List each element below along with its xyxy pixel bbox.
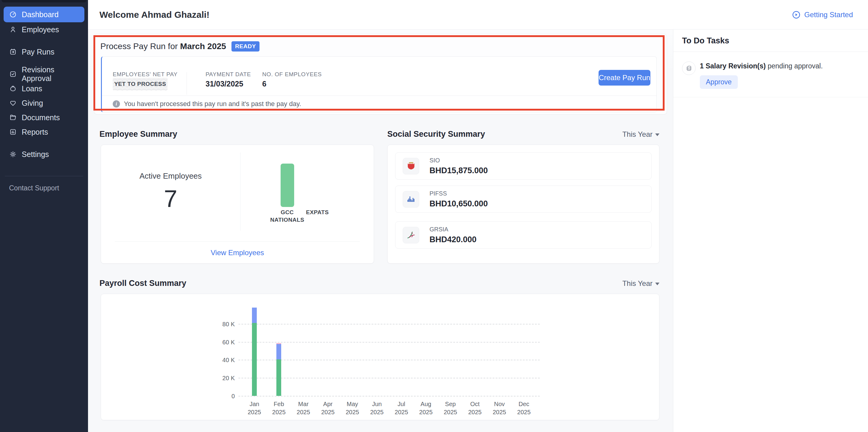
social-security-row-pifss[interactable]: PIFSS BHD10,650.000 — [395, 186, 652, 213]
active-employees-block: Active Employees 7 — [101, 171, 240, 213]
x-axis-month-label: Oct2025 — [461, 400, 489, 416]
getting-started-link[interactable]: Getting Started — [792, 10, 853, 19]
payrun-title-period: March 2025 — [180, 41, 226, 51]
stats-divider — [187, 72, 187, 95]
gridline — [239, 342, 540, 342]
employee-bar-0 — [281, 164, 294, 207]
gridline — [239, 324, 540, 325]
social-security-row-grsia[interactable]: GRSIA BHD420.000 — [395, 222, 652, 248]
employee-count-label: NO. OF EMPLOYEES — [262, 71, 322, 78]
ss-row-text: PIFSS BHD10,650.000 — [430, 190, 488, 208]
payrun-title-prefix: Process Pay Run for — [100, 41, 178, 51]
view-employees-link[interactable]: View Employees — [101, 248, 374, 257]
create-pay-run-button[interactable]: Create Pay Run — [598, 70, 650, 86]
gridline — [239, 396, 540, 396]
person-icon — [9, 26, 17, 33]
sidebar-item-label: Revisions Approval — [22, 65, 79, 83]
active-employees-count: 7 — [101, 185, 240, 213]
approve-button[interactable]: Approve — [700, 75, 738, 89]
y-axis-tick-label: 40 K — [217, 357, 235, 364]
employee-summary-title: Employee Summary — [99, 130, 177, 139]
welcome-heading: Welcome Ahmad Ghazali! — [99, 10, 210, 20]
x-axis-month-label: Aug2025 — [412, 400, 439, 416]
gear-icon — [9, 150, 17, 158]
sidebar-item-reports[interactable]: Reports — [4, 125, 84, 139]
x-axis-month-label: Feb2025 — [265, 400, 292, 416]
money-bag-icon — [9, 85, 17, 93]
status-badge: READY — [231, 41, 259, 52]
payroll-cost-filter-dropdown[interactable]: This Year — [622, 279, 659, 288]
sidebar-item-giving[interactable]: Giving — [4, 96, 84, 110]
grsia-logo-icon — [403, 227, 419, 243]
payroll-cost-title: Payroll Cost Summary — [99, 279, 186, 288]
ss-amount: BHD420.000 — [430, 235, 476, 244]
y-axis-tick-label: 80 K — [217, 321, 235, 328]
payrun-title: Process Pay Run for March 2025 — [100, 41, 226, 51]
yet-to-process-badge: YET TO PROCESS — [113, 78, 167, 90]
sidebar-item-employees[interactable]: Employees — [4, 22, 84, 37]
contact-support-link[interactable]: Contact Support — [9, 184, 84, 192]
sidebar-item-label: Loans — [22, 85, 42, 93]
social-security-card: SIO BHD15,875.000 PIFSS BHD10,650.000 — [387, 144, 659, 264]
sidebar-item-documents[interactable]: Documents — [4, 110, 84, 125]
y-axis-tick-label: 20 K — [217, 375, 235, 382]
payroll-dashboard: Dashboard Employees Pay Runs Revisions A… — [0, 0, 868, 432]
sidebar-item-label: Reports — [22, 128, 48, 136]
todo-task-count: 1 Salary Revision(s) — [700, 62, 766, 70]
sidebar-item-dashboard[interactable]: Dashboard — [4, 7, 84, 22]
sidebar: Dashboard Employees Pay Runs Revisions A… — [0, 0, 88, 432]
x-axis-month-label: Sep2025 — [437, 400, 464, 416]
x-axis-month-label: May2025 — [339, 400, 366, 416]
folder-icon — [9, 113, 17, 122]
payment-date-label: PAYMENT DATE — [206, 71, 251, 78]
sidebar-item-pay-runs[interactable]: Pay Runs — [4, 44, 84, 59]
main-content: Process Pay Run for March 2025 READY EMP… — [88, 30, 673, 432]
sidebar-item-revisions-approval[interactable]: Revisions Approval — [4, 67, 84, 81]
x-axis-month-label: Apr2025 — [314, 400, 341, 416]
net-pay-label: EMPLOYEES' NET PAY — [113, 71, 178, 78]
sidebar-item-label: Dashboard — [22, 10, 59, 19]
sidebar-item-label: Documents — [22, 113, 60, 122]
payrun-info-row: i You haven't processed this pay run and… — [102, 96, 656, 112]
social-security-filter-dropdown[interactable]: This Year — [622, 130, 659, 139]
x-axis-month-label: Jul2025 — [388, 400, 415, 416]
payrun-info-text: You haven't processed this pay run and i… — [124, 100, 301, 108]
bar-chart-icon — [9, 128, 17, 136]
gridline — [239, 360, 540, 360]
pifss-bars-icon — [403, 191, 419, 207]
ss-amount: BHD15,875.000 — [430, 166, 488, 175]
card-divider — [240, 153, 241, 231]
sidebar-top-strip — [1, 0, 87, 2]
x-axis-month-label: Mar2025 — [290, 400, 317, 416]
todo-title: To Do Tasks — [682, 36, 730, 45]
sidebar-item-settings[interactable]: Settings — [4, 147, 84, 162]
process-payrun-panel: Process Pay Run for March 2025 READY EMP… — [94, 34, 667, 114]
ss-name: SIO — [430, 157, 488, 164]
caret-down-icon — [655, 133, 659, 136]
sidebar-item-loans[interactable]: Loans — [4, 81, 84, 96]
heart-icon — [9, 99, 17, 107]
coins-icon — [682, 62, 695, 75]
y-axis-tick-label: 0 — [217, 393, 235, 400]
ss-row-text: SIO BHD15,875.000 — [430, 157, 488, 175]
filter-value: This Year — [622, 279, 652, 288]
card-footer-divider — [115, 241, 360, 242]
sidebar-nav: Dashboard Employees Pay Runs Revisions A… — [0, 2, 88, 192]
payroll-cost-card: 020 K40 K60 K80 KJan2025Feb2025Mar2025Ap… — [101, 294, 659, 420]
payment-date-value: 31/03/2025 — [206, 79, 243, 88]
ss-amount: BHD10,650.000 — [430, 199, 488, 208]
social-security-row-sio[interactable]: SIO BHD15,875.000 — [395, 153, 652, 179]
x-axis-month-label: Dec2025 — [510, 400, 537, 416]
bar-segment-middle-blue — [276, 344, 281, 359]
todo-bottom-divider — [673, 97, 868, 97]
checkbox-icon — [9, 70, 17, 78]
employee-count-value: 6 — [262, 79, 267, 88]
caret-down-icon — [655, 283, 659, 285]
bar-segment-top-pink — [276, 343, 281, 344]
active-employees-label: Active Employees — [101, 171, 240, 181]
ss-name: GRSIA — [430, 226, 476, 233]
todo-panel: To Do Tasks 1 Salary Revision(s) pending… — [673, 30, 868, 432]
social-security-title: Social Security Summary — [387, 130, 485, 139]
page-header: Welcome Ahmad Ghazali! Getting Started — [88, 0, 868, 30]
ss-row-text: GRSIA BHD420.000 — [430, 226, 476, 244]
